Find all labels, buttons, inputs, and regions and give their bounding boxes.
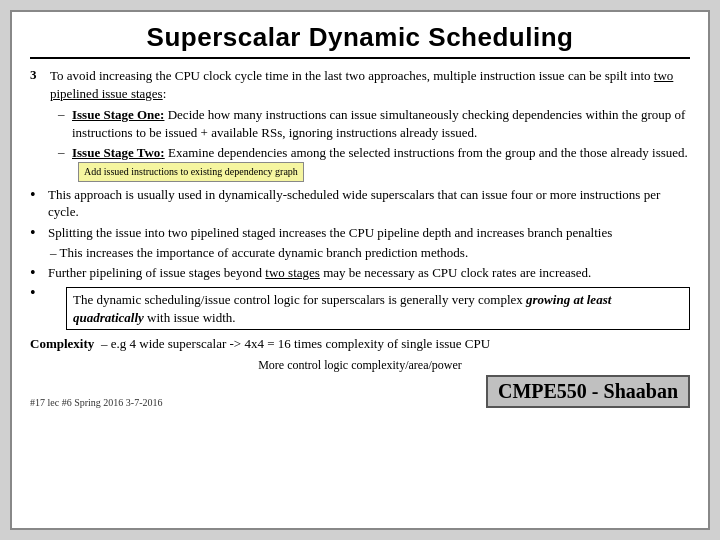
bullet-item-2: • Splitting the issue into two pipelined…: [30, 224, 690, 242]
dash-2: –: [58, 144, 68, 181]
tooltip-box: Add issued instructions to existing depe…: [78, 162, 304, 182]
bullet2-sub: – This increases the importance of accur…: [50, 244, 690, 262]
sub-item-1: – Issue Stage One: Decide how many instr…: [58, 106, 690, 141]
item-num: 3: [30, 67, 44, 102]
bullet4-text2: with issue width.: [144, 310, 236, 325]
complexity-dash: –: [101, 336, 108, 351]
bullet-item-4: • The dynamic scheduling/issue control l…: [30, 284, 690, 333]
slide-title: Superscalar Dynamic Scheduling: [30, 22, 690, 59]
bullet4-box: The dynamic scheduling/issue control log…: [66, 287, 690, 330]
bullet2-main: Splitting the issue into two pipelined s…: [48, 225, 612, 240]
sub-item-2: – Issue Stage Two: Examine dependencies …: [58, 144, 690, 181]
bullet-dot-2: •: [30, 224, 42, 242]
sub2-label: Issue Stage Two:: [72, 145, 165, 160]
item-3: 3 To avoid increasing the CPU clock cycl…: [30, 67, 690, 102]
footer-line: More control logic complexity/area/power: [30, 358, 690, 373]
item3-text2: :: [163, 86, 167, 101]
sub1-body: Decide how many instructions can issue s…: [72, 107, 685, 140]
cmpe-label: CMPE550 - Shaaban: [486, 375, 690, 408]
bullet-dot-3: •: [30, 264, 42, 282]
bullet3-text: Further pipelining of issue stages beyon…: [48, 264, 591, 282]
content-area: 3 To avoid increasing the CPU clock cycl…: [30, 67, 690, 352]
bullet1-text: This approach is usually used in dynamic…: [48, 186, 690, 221]
slide-num: #17 lec #6 Spring 2016 3-7-2016: [30, 397, 163, 408]
complexity-key: Complexity: [30, 336, 95, 352]
bullet-dot-4: •: [30, 284, 42, 302]
bullet3-text1: Further pipelining of issue stages beyon…: [48, 265, 265, 280]
bullet3-underline: two stages: [265, 265, 320, 280]
sub-items: – Issue Stage One: Decide how many instr…: [58, 106, 690, 181]
bullet-item-1: • This approach is usually used in dynam…: [30, 186, 690, 221]
bullet2-sub-text: – This increases the importance of accur…: [50, 244, 468, 262]
bullet-dot-1: •: [30, 186, 42, 204]
dash-1: –: [58, 106, 68, 141]
slide: Superscalar Dynamic Scheduling 3 To avoi…: [10, 10, 710, 530]
bullet-item-3: • Further pipelining of issue stages bey…: [30, 264, 690, 282]
sub2-body: Examine dependencies among the selected …: [165, 145, 688, 160]
sub1-label: Issue Stage One:: [72, 107, 164, 122]
bullet-items: • This approach is usually used in dynam…: [30, 186, 690, 334]
sub2-text: Issue Stage Two: Examine dependencies am…: [72, 144, 690, 181]
complexity-line: Complexity – e.g 4 wide superscalar -> 4…: [30, 336, 690, 352]
footer-bottom: #17 lec #6 Spring 2016 3-7-2016 CMPE550 …: [30, 375, 690, 408]
sub1-text: Issue Stage One: Decide how many instruc…: [72, 106, 690, 141]
complexity-text: e.g 4 wide superscalar -> 4x4 = 16 times…: [111, 336, 490, 351]
bullet4-text1: The dynamic scheduling/issue control log…: [73, 292, 526, 307]
item3-text: To avoid increasing the CPU clock cycle …: [50, 67, 690, 102]
bullet2-text: Splitting the issue into two pipelined s…: [48, 224, 612, 242]
complexity-val: – e.g 4 wide superscalar -> 4x4 = 16 tim…: [101, 336, 490, 352]
bullet3-text2: may be necessary as CPU clock rates are …: [320, 265, 591, 280]
item3-text1: To avoid increasing the CPU clock cycle …: [50, 68, 654, 83]
footer-text: More control logic complexity/area/power: [258, 358, 462, 372]
